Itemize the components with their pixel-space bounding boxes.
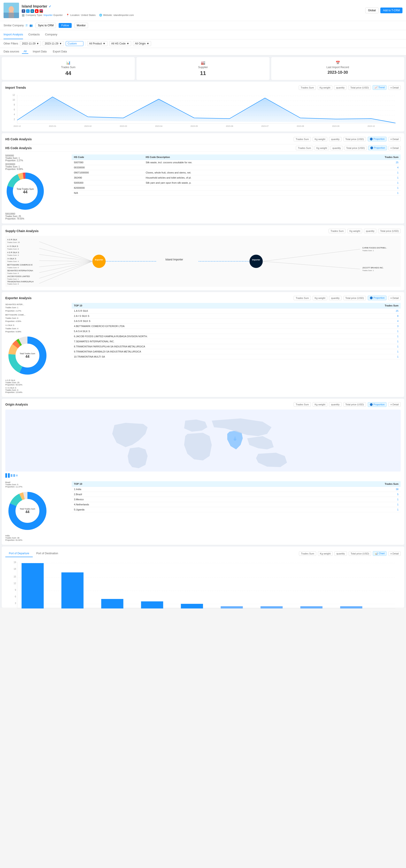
- orig-leg-right-t: Trades Sum: 36: [5, 537, 67, 539]
- similar-company: Similar Company 7 👥: [4, 24, 33, 27]
- orig-ctrl-trades[interactable]: Trades Sum: [293, 402, 311, 407]
- svg-text:18: 18: [13, 568, 16, 570]
- port-ctrl-kg[interactable]: Kg weight: [318, 551, 333, 556]
- orig-ctrl-qty[interactable]: quantity: [329, 402, 342, 407]
- port-ctrl-qty[interactable]: quantity: [334, 551, 347, 556]
- ctrl-total-price[interactable]: Total price (USD): [348, 85, 371, 90]
- orig-ctrl-price[interactable]: Total price (USD): [343, 402, 366, 407]
- svg-rect-116: [301, 606, 322, 609]
- table-row[interactable]: 3.A S R SILK S4: [72, 319, 401, 324]
- tab-contacts[interactable]: Contacts: [28, 30, 40, 39]
- date-to-filter[interactable]: 2023-11-29 ▼: [43, 41, 64, 46]
- port-tab-departure[interactable]: Port of Departure: [5, 550, 33, 557]
- exp-ctrl-trades[interactable]: Trades Sum: [293, 296, 311, 300]
- hs-sub-price[interactable]: Total price (USD): [344, 146, 367, 150]
- hs-sub-kg[interactable]: Kg weight: [314, 146, 329, 150]
- follow-button[interactable]: Follow: [59, 23, 72, 28]
- hs-sub-detail[interactable]: ≡ Detail: [388, 146, 401, 150]
- linkedin-icon[interactable]: in: [31, 9, 34, 13]
- table-row[interactable]: N/A 1: [72, 190, 401, 195]
- table-row[interactable]: 2.A I S SILK S8: [72, 313, 401, 319]
- hs-code-filter[interactable]: All HS Code ▼: [109, 41, 131, 46]
- date-from-filter[interactable]: 2022-11-29 ▼: [20, 41, 41, 46]
- table-row[interactable]: 8.TRAMONTINA FARROUPILHA SA INDUSTRIA ME…: [72, 344, 401, 349]
- exp-ctrl-proportion[interactable]: 🔵 Proportion: [368, 296, 387, 300]
- twitter-icon[interactable]: t: [26, 9, 30, 13]
- table-row[interactable]: 4.BETTAMARK COMERCIO EXTERIOR LTDA3: [72, 324, 401, 329]
- hs-ctrl-kg[interactable]: Kg weight: [313, 137, 327, 142]
- custom-filter[interactable]: Custom: [66, 41, 84, 46]
- sc-ctrl-price[interactable]: Total price (USD): [378, 229, 401, 233]
- hs-code-cell: 09071000000: [72, 170, 144, 175]
- table-row[interactable]: 7.SEAMATES INTERNATIONAL INC.1: [72, 339, 401, 344]
- datasource-export[interactable]: Export Data: [51, 50, 69, 54]
- table-row[interactable]: 09071000000 Cloves, whole fruit, cloves …: [72, 170, 401, 175]
- datasource-all[interactable]: All: [22, 49, 28, 54]
- hs-sub-qty[interactable]: quantity: [330, 146, 343, 150]
- sc-ctrl-trades[interactable]: Trades Sum: [329, 229, 346, 233]
- orig-ctrl-proportion[interactable]: 🔵 Proportion: [368, 402, 387, 407]
- hs-code-cell: 392490: [72, 175, 144, 180]
- tab-company[interactable]: Company: [45, 30, 57, 39]
- exp-ctrl-detail[interactable]: ≡ Detail: [388, 296, 401, 300]
- youtube-icon[interactable]: ▶: [35, 9, 38, 13]
- svg-text:Trades Sum: 6: Trades Sum: 6: [7, 267, 19, 269]
- sc-ctrl-qty[interactable]: quantity: [364, 229, 377, 233]
- sc-ctrl-kg[interactable]: Kg weight: [347, 229, 362, 233]
- exp-ctrl-kg[interactable]: Kg weight: [313, 296, 327, 300]
- exp-leg-right-1-t: Trades Sum: 25: [5, 381, 67, 384]
- table-row[interactable]: 6.JACOB FOODS LIMITED KAMPALA RUBAGA DIV…: [72, 334, 401, 339]
- table-row[interactable]: 392490 Household articles and toilet art…: [72, 175, 401, 180]
- hs-sub-trades-sum[interactable]: Trades Sum: [296, 146, 313, 150]
- ctrl-kg-weight[interactable]: Kg weight: [318, 85, 332, 90]
- instagram-icon[interactable]: 📷: [39, 9, 43, 13]
- ctrl-detail[interactable]: ≡ Detail: [388, 85, 401, 90]
- company-name-row: Island Importer ✓: [22, 4, 134, 8]
- calendar-icon: 📅: [275, 61, 401, 65]
- hs-sub-proportion[interactable]: 🔵 Proportion: [368, 146, 387, 150]
- table-row[interactable]: 5.Uganda1: [72, 507, 401, 512]
- hs-ctrl-price[interactable]: Total price (USD): [343, 137, 366, 142]
- orig-ctrl-kg[interactable]: Kg weight: [313, 402, 327, 407]
- orig-ctrl-detail[interactable]: ≡ Detail: [388, 402, 401, 407]
- exp-ctrl-qty[interactable]: quantity: [329, 296, 342, 300]
- port-tab-destination[interactable]: Port of Destination: [33, 550, 62, 557]
- table-row[interactable]: 4.Netherlands1: [72, 502, 401, 507]
- port-ctrl-detail[interactable]: ≡ Detail: [388, 551, 401, 556]
- hs-ctrl-detail[interactable]: ≡ Detail: [388, 137, 401, 142]
- table-row[interactable]: 9.TRAMONTINA GARIBALDI SA INDUSTRIA META…: [72, 349, 401, 354]
- facebook-icon[interactable]: f: [22, 9, 25, 13]
- origin-filter[interactable]: All Origin ▼: [133, 41, 151, 46]
- table-row[interactable]: 00330000 4: [72, 165, 401, 170]
- table-row[interactable]: 10.TRAMONTINA MULTI SA1: [72, 354, 401, 359]
- ctrl-quantity[interactable]: quantity: [334, 85, 347, 90]
- ctrl-trend[interactable]: 📈 Trend: [373, 85, 386, 90]
- svg-text:Trades Sum: 1: Trades Sum: 1: [363, 270, 374, 272]
- svg-rect-110: [181, 604, 203, 609]
- table-row[interactable]: 2.Brazil5: [72, 492, 401, 497]
- table-row[interactable]: 1.India38: [72, 487, 401, 492]
- table-row[interactable]: 1.A S R SILK25: [72, 308, 401, 313]
- port-ctrl-chart[interactable]: 📊 Chart: [373, 551, 386, 556]
- ctrl-trades-sum[interactable]: Trades Sum: [299, 85, 316, 90]
- port-ctrl-trades[interactable]: Trades Sum: [299, 551, 316, 556]
- exp-ctrl-price[interactable]: Total price (USD): [343, 296, 366, 300]
- trend-chart: 12 10 8 6 4 2: [5, 92, 401, 128]
- tab-import-analysis[interactable]: Import Analysis: [4, 30, 23, 39]
- add-tcrm-button[interactable]: Add to T-CRM: [380, 7, 402, 13]
- hs-ctrl-trades-sum[interactable]: Trades Sum: [293, 137, 311, 142]
- sync-crm-button[interactable]: Sync to CRM: [35, 23, 56, 28]
- table-row[interactable]: 5.A S A SILK S1: [72, 329, 401, 334]
- table-row[interactable]: 5005000 Silk yarn and yarn spun from sil…: [72, 180, 401, 185]
- table-row[interactable]: 82000000 1: [72, 185, 401, 190]
- datasource-import[interactable]: Import Data: [31, 50, 49, 54]
- global-button[interactable]: Global: [365, 7, 379, 13]
- hs-ctrl-proportion[interactable]: 🔵 Proportion: [368, 137, 387, 142]
- table-row[interactable]: 5007090 Silk waste, incl. cocoons unsuit…: [72, 160, 401, 165]
- svg-point-60: [92, 255, 106, 268]
- port-ctrl-price[interactable]: Total price (USD): [349, 551, 371, 556]
- hs-ctrl-qty[interactable]: quantity: [329, 137, 342, 142]
- product-filter[interactable]: All Product ▼: [87, 41, 107, 46]
- table-row[interactable]: 3.Mexico1: [72, 497, 401, 502]
- monitor-button[interactable]: Monitor: [74, 23, 88, 28]
